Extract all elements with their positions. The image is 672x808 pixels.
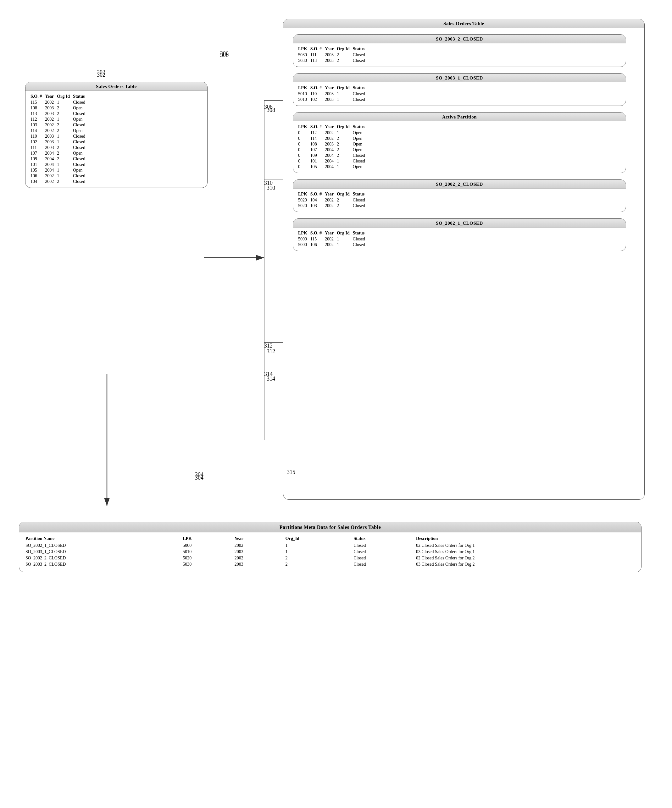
active-partition-box: Active Partition LPK S.O. # Year Org Id …	[293, 112, 626, 173]
sales-orders-table-right-title: Sales Orders Table	[283, 19, 644, 28]
label-302-text: 302	[97, 72, 105, 78]
table-row: 010720042Open	[298, 147, 368, 153]
meta-col-lpk: LPK	[183, 536, 234, 543]
meta-data-title: Partitions Meta Data for Sales Orders Ta…	[19, 522, 641, 533]
so-2002-2-closed-box: SO_2002_2_CLOSED LPK S.O. # Year Org Id …	[293, 179, 626, 212]
active-partition-title: Active Partition	[293, 112, 626, 121]
table-row: 503011120032Closed	[298, 52, 368, 58]
sales-orders-table-left-title: Sales Orders Table	[25, 82, 207, 91]
table-row: 502010320022Closed	[298, 203, 368, 209]
table-row: 11320032Closed	[30, 111, 89, 117]
table-row: 010120041Closed	[298, 159, 368, 164]
label-314-text: 314	[267, 376, 275, 382]
label-312-text: 312	[267, 348, 275, 355]
col-so-num: S.O. #	[30, 93, 45, 100]
col-orgid: Org Id	[57, 93, 73, 100]
so-2003-2-closed-box: SO_2003_2_CLOSED LPK S.O. # Year Org Id …	[293, 34, 626, 67]
sales-orders-table-left: Sales Orders Table S.O. # Year Org Id St…	[25, 82, 207, 188]
label-306-text: 306	[220, 52, 229, 58]
meta-data-box: Partitions Meta Data for Sales Orders Ta…	[19, 522, 642, 572]
table-row: 10920042Closed	[30, 156, 89, 162]
meta-col-year: Year	[235, 536, 286, 543]
meta-col-orgid: Org_Id	[286, 536, 354, 543]
table-row: 011220021Open	[298, 130, 368, 136]
so-2003-1-closed-title: SO_2003_1_CLOSED	[293, 73, 626, 82]
table-row: 10420022Closed	[30, 179, 89, 184]
table-row: 11420022Open	[30, 128, 89, 134]
table-row: 011420022Open	[298, 136, 368, 142]
table-row: 500010620021Closed	[298, 242, 368, 248]
table-row: 010520041Open	[298, 164, 368, 170]
table-row: 010820032Open	[298, 142, 368, 147]
table-row: 503011320032Closed	[298, 58, 368, 63]
table-row: 10820032Open	[30, 105, 89, 111]
table-row: 11120032Closed	[30, 145, 89, 150]
table-row: 11220021Open	[30, 117, 89, 122]
label-310-text: 310	[267, 185, 275, 191]
col-status: Status	[73, 93, 89, 100]
table-row: 500011520021Closed	[298, 236, 368, 242]
label-308-text: 308	[267, 107, 275, 114]
table-row: 501011020031Closed	[298, 91, 368, 97]
label-304-text: 304	[195, 474, 204, 481]
table-row: 10120041Closed	[30, 162, 89, 167]
sales-orders-table-right: Sales Orders Table SO_2003_2_CLOSED LPK …	[283, 19, 645, 500]
table-row: SO_2002_1_CLOSED500020021Closed02 Closed…	[25, 543, 635, 549]
so-2002-1-closed-title: SO_2002_1_CLOSED	[293, 219, 626, 227]
table-row: SO_2003_2_CLOSED503020032Closed03 Closed…	[25, 561, 635, 568]
table-row: 502010420022Closed	[298, 197, 368, 203]
meta-col-description: Description	[416, 536, 635, 543]
so-2003-2-closed-title: SO_2003_2_CLOSED	[293, 35, 626, 43]
table-row: 010920042Closed	[298, 153, 368, 159]
table-row: 11520021Closed	[30, 100, 89, 105]
label-315-text: 315	[287, 469, 295, 476]
table-row: SO_2002_2_CLOSED502020022Closed02 Closed…	[25, 555, 635, 561]
meta-col-status: Status	[354, 536, 416, 543]
so-2002-2-closed-title: SO_2002_2_CLOSED	[293, 180, 626, 189]
table-row: 501010220031Closed	[298, 97, 368, 102]
table-row: 10320022Closed	[30, 122, 89, 128]
table-row: SO_2003_1_CLOSED501020031Closed03 Closed…	[25, 549, 635, 555]
table-row: 10620021Closed	[30, 173, 89, 179]
col-year: Year	[45, 93, 57, 100]
so-2002-1-closed-box: SO_2002_1_CLOSED LPK S.O. # Year Org Id …	[293, 219, 626, 251]
diagram-container: 302 306 308 310 312 314 315 304 Sales Or…	[0, 0, 672, 808]
table-row: 10720042Open	[30, 150, 89, 156]
table-row: 10220031Closed	[30, 139, 89, 145]
table-row: 10520041Open	[30, 167, 89, 173]
table-row: 11020031Closed	[30, 134, 89, 139]
meta-col-partition-name: Partition Name	[25, 536, 183, 543]
so-2003-1-closed-box: SO_2003_1_CLOSED LPK S.O. # Year Org Id …	[293, 73, 626, 106]
